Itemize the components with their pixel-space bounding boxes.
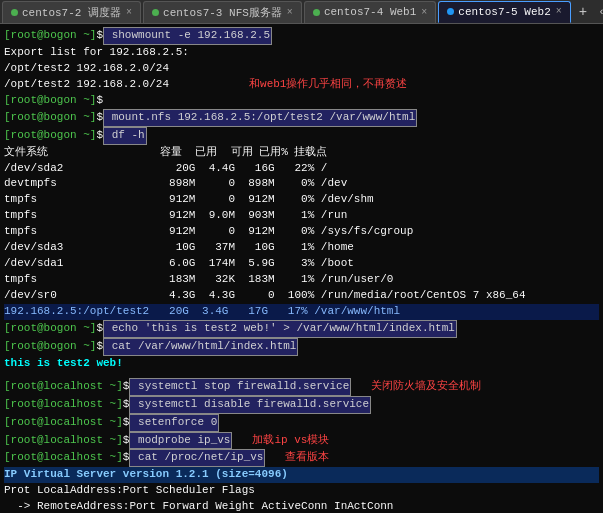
line-df-cmd: [root@bogon ~] $ df -h (4, 127, 599, 145)
tab-navigation: ‹ › (593, 4, 603, 20)
tab-label-3: centos7-4 Web1 (324, 6, 416, 18)
tab-dot-3 (313, 9, 320, 16)
cmd-cat-ipvs: cat /proc/net/ip_vs (129, 449, 265, 467)
line-mount-cmd: [root@bogon ~] $ mount.nfs 192.168.2.5:/… (4, 109, 599, 127)
line-disable-firewall: [root@localhost ~] $ systemctl disable f… (4, 396, 599, 414)
line-blank-prompt: [root@bogon ~] $ (4, 93, 599, 109)
line-cat-ipvs: [root@localhost ~] $ cat /proc/net/ip_vs… (4, 449, 599, 467)
cmd-cat: cat /var/www/html/index.html (103, 338, 298, 356)
cmd-echo: echo 'this is test2 web!' > /var/www/htm… (103, 320, 457, 338)
line-cat-cmd: [root@bogon ~] $ cat /var/www/html/index… (4, 338, 599, 356)
tab-close-4[interactable]: × (556, 6, 562, 17)
tab-label-2: centos7-3 NFS服务器 (163, 5, 282, 20)
cmd-setenforce: setenforce 0 (129, 414, 219, 432)
line-stop-firewall: [root@localhost ~] $ systemctl stop fire… (4, 378, 599, 396)
tab-centos75[interactable]: centos7-5 Web2 × (438, 1, 570, 23)
line-df-header: 文件系统 容量 已用 可用 已用% 挂载点 (4, 145, 599, 161)
tab-label-1: centos7-2 调度器 (22, 5, 121, 20)
terminal-area[interactable]: [root@bogon ~] $ showmount -e 192.168.2.… (0, 24, 603, 513)
line-df-tmpfs3: tmpfs 912M 0 912M 0% /sys/fs/cgroup (4, 224, 599, 240)
line-modprobe: [root@localhost ~] $ modprobe ip_vs 加载ip… (4, 432, 599, 450)
line-df-sda3: /dev/sda3 10G 37M 10G 1% /home (4, 240, 599, 256)
line-ipvs-version: IP Virtual Server version 1.2.1 (size=40… (4, 467, 599, 483)
line-prot-header: Prot LocalAddress:Port Scheduler Flags (4, 483, 599, 499)
tab-close-3[interactable]: × (421, 7, 427, 18)
tab-add-button[interactable]: + (573, 4, 593, 20)
tab-centos74[interactable]: centos7-4 Web1 × (304, 1, 436, 23)
line-echo-cmd: [root@bogon ~] $ echo 'this is test2 web… (4, 320, 599, 338)
tab-centos72[interactable]: centos7-2 调度器 × (2, 1, 141, 23)
line-df-devtmpfs: devtmpfs 898M 0 898M 0% /dev (4, 176, 599, 192)
prompt-hash-1: $ (96, 28, 103, 44)
cmd-modprobe: modprobe ip_vs (129, 432, 232, 450)
cmd-showmount: showmount -e 192.168.2.5 (103, 27, 272, 45)
tab-bar: centos7-2 调度器 × centos7-3 NFS服务器 × cento… (0, 0, 603, 24)
prompt-1: [root@bogon ~] (4, 28, 96, 44)
line-showmount-cmd: [root@bogon ~] $ showmount -e 192.168.2.… (4, 27, 599, 45)
line-export-2: /opt/test2 192.168.2.0/24 和web1操作几乎相同，不再… (4, 77, 599, 93)
line-df-sda1: /dev/sda1 6.0G 174M 5.9G 3% /boot (4, 256, 599, 272)
line-df-sr0: /dev/sr0 4.3G 4.3G 0 100% /run/media/roo… (4, 288, 599, 304)
tab-centos73[interactable]: centos7-3 NFS服务器 × (143, 1, 302, 23)
tab-dot-4 (447, 8, 454, 15)
annotation-firewall: 关闭防火墙及安全机制 (371, 379, 481, 395)
line-test2-output: this is test2 web! (4, 356, 599, 372)
tab-nav-left[interactable]: ‹ (593, 4, 603, 20)
annotation-ipvs: 加载ip vs模块 (252, 433, 329, 449)
annotation-web1: 和web1操作几乎相同，不再赘述 (249, 77, 407, 93)
line-export-header: Export list for 192.168.2.5: (4, 45, 599, 61)
tab-close-1[interactable]: × (126, 7, 132, 18)
ipvs-version-text: IP Virtual Server version 1.2.1 (size=40… (4, 467, 288, 483)
line-remote-header: -> RemoteAddress:Port Forward Weight Act… (4, 499, 599, 513)
line-df-nfs-highlight: 192.168.2.5:/opt/test2 20G 3.4G 17G 17% … (4, 304, 599, 320)
line-df-tmpfs1: tmpfs 912M 0 912M 0% /dev/shm (4, 192, 599, 208)
line-setenforce: [root@localhost ~] $ setenforce 0 (4, 414, 599, 432)
annotation-version: 查看版本 (285, 450, 329, 466)
tab-dot-2 (152, 9, 159, 16)
tab-close-2[interactable]: × (287, 7, 293, 18)
cmd-stop-firewall: systemctl stop firewalld.service (129, 378, 351, 396)
cmd-df: df -h (103, 127, 147, 145)
line-export-1: /opt/test2 192.168.2.0/24 (4, 61, 599, 77)
tab-label-4: centos7-5 Web2 (458, 6, 550, 18)
cmd-disable-firewall: systemctl disable firewalld.service (129, 396, 371, 414)
line-df-tmpfs2: tmpfs 912M 9.0M 903M 1% /run (4, 208, 599, 224)
tab-dot-1 (11, 9, 18, 16)
line-df-tmpfs4: tmpfs 183M 32K 183M 1% /run/user/0 (4, 272, 599, 288)
line-df-sda2: /dev/sda2 20G 4.4G 16G 22% / (4, 161, 599, 177)
cmd-mount-nfs: mount.nfs 192.168.2.5:/opt/test2 /var/ww… (103, 109, 417, 127)
